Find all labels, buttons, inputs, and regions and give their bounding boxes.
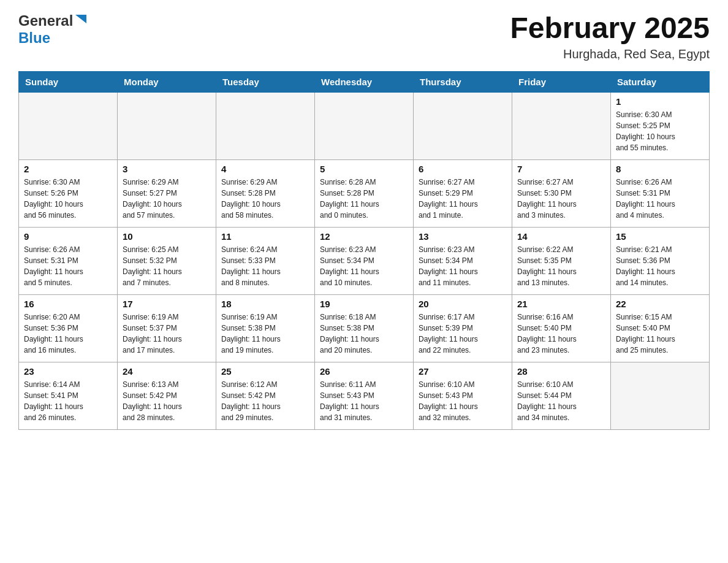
day-info: Sunrise: 6:17 AM Sunset: 5:39 PM Dayligh…: [419, 312, 507, 356]
day-info: Sunrise: 6:11 AM Sunset: 5:43 PM Dayligh…: [320, 379, 408, 423]
calendar-cell: 17Sunrise: 6:19 AM Sunset: 5:37 PM Dayli…: [118, 294, 216, 362]
calendar-cell: 7Sunrise: 6:27 AM Sunset: 5:30 PM Daylig…: [512, 159, 611, 227]
day-number: 14: [517, 231, 605, 242]
day-info: Sunrise: 6:15 AM Sunset: 5:40 PM Dayligh…: [616, 312, 704, 356]
day-info: Sunrise: 6:28 AM Sunset: 5:28 PM Dayligh…: [320, 177, 408, 221]
day-info: Sunrise: 6:23 AM Sunset: 5:34 PM Dayligh…: [320, 244, 408, 288]
day-info: Sunrise: 6:29 AM Sunset: 5:27 PM Dayligh…: [123, 177, 211, 221]
day-info: Sunrise: 6:14 AM Sunset: 5:41 PM Dayligh…: [24, 379, 112, 423]
day-number: 28: [517, 366, 605, 377]
day-number: 5: [320, 164, 408, 174]
day-info: Sunrise: 6:13 AM Sunset: 5:42 PM Dayligh…: [123, 379, 211, 423]
day-number: 19: [320, 299, 408, 309]
day-number: 25: [221, 366, 309, 377]
day-number: 17: [123, 299, 211, 309]
calendar-cell: 5Sunrise: 6:28 AM Sunset: 5:28 PM Daylig…: [315, 159, 414, 227]
weekday-header-tuesday: Tuesday: [216, 71, 315, 92]
calendar-cell: 18Sunrise: 6:19 AM Sunset: 5:38 PM Dayli…: [216, 294, 315, 362]
day-number: 16: [24, 299, 112, 309]
day-number: 23: [24, 366, 112, 377]
day-number: 6: [419, 164, 507, 174]
title-block: February 2025 Hurghada, Red Sea, Egypt: [510, 12, 710, 61]
day-number: 18: [221, 299, 309, 309]
calendar-cell: [19, 92, 118, 159]
day-number: 12: [320, 231, 408, 242]
day-number: 21: [517, 299, 605, 309]
day-number: 15: [616, 231, 704, 242]
location-title: Hurghada, Red Sea, Egypt: [510, 47, 710, 61]
day-number: 7: [517, 164, 605, 174]
day-number: 9: [24, 231, 112, 242]
calendar-cell: 12Sunrise: 6:23 AM Sunset: 5:34 PM Dayli…: [315, 227, 414, 294]
day-info: Sunrise: 6:10 AM Sunset: 5:44 PM Dayligh…: [517, 379, 605, 423]
calendar-table: SundayMondayTuesdayWednesdayThursdayFrid…: [18, 71, 710, 430]
day-info: Sunrise: 6:20 AM Sunset: 5:36 PM Dayligh…: [24, 312, 112, 356]
month-title: February 2025: [510, 12, 710, 45]
day-number: 24: [123, 366, 211, 377]
day-number: 22: [616, 299, 704, 309]
day-info: Sunrise: 6:24 AM Sunset: 5:33 PM Dayligh…: [221, 244, 309, 288]
calendar-header-row: SundayMondayTuesdayWednesdayThursdayFrid…: [19, 71, 710, 92]
day-info: Sunrise: 6:23 AM Sunset: 5:34 PM Dayligh…: [419, 244, 507, 288]
day-number: 11: [221, 231, 309, 242]
weekday-header-sunday: Sunday: [19, 71, 118, 92]
calendar-cell: 2Sunrise: 6:30 AM Sunset: 5:26 PM Daylig…: [19, 159, 118, 227]
logo-arrow-icon: [75, 15, 86, 26]
day-info: Sunrise: 6:10 AM Sunset: 5:43 PM Dayligh…: [419, 379, 507, 423]
calendar-cell: 1Sunrise: 6:30 AM Sunset: 5:25 PM Daylig…: [611, 92, 710, 159]
calendar-cell: 28Sunrise: 6:10 AM Sunset: 5:44 PM Dayli…: [512, 362, 611, 429]
calendar-week-row: 2Sunrise: 6:30 AM Sunset: 5:26 PM Daylig…: [19, 159, 710, 227]
calendar-cell: [118, 92, 216, 159]
calendar-cell: [315, 92, 414, 159]
calendar-cell: 24Sunrise: 6:13 AM Sunset: 5:42 PM Dayli…: [118, 362, 216, 429]
day-info: Sunrise: 6:21 AM Sunset: 5:36 PM Dayligh…: [616, 244, 704, 288]
calendar-cell: 25Sunrise: 6:12 AM Sunset: 5:42 PM Dayli…: [216, 362, 315, 429]
calendar-cell: 16Sunrise: 6:20 AM Sunset: 5:36 PM Dayli…: [19, 294, 118, 362]
calendar-cell: 11Sunrise: 6:24 AM Sunset: 5:33 PM Dayli…: [216, 227, 315, 294]
calendar-cell: 3Sunrise: 6:29 AM Sunset: 5:27 PM Daylig…: [118, 159, 216, 227]
day-number: 1: [616, 96, 704, 107]
calendar-cell: 27Sunrise: 6:10 AM Sunset: 5:43 PM Dayli…: [414, 362, 512, 429]
calendar-cell: [611, 362, 710, 429]
day-number: 4: [221, 164, 309, 174]
weekday-header-saturday: Saturday: [611, 71, 710, 92]
day-info: Sunrise: 6:27 AM Sunset: 5:30 PM Dayligh…: [517, 177, 605, 221]
calendar-cell: 9Sunrise: 6:26 AM Sunset: 5:31 PM Daylig…: [19, 227, 118, 294]
day-info: Sunrise: 6:12 AM Sunset: 5:42 PM Dayligh…: [221, 379, 309, 423]
day-info: Sunrise: 6:30 AM Sunset: 5:25 PM Dayligh…: [616, 109, 704, 153]
day-info: Sunrise: 6:26 AM Sunset: 5:31 PM Dayligh…: [24, 244, 112, 288]
day-number: 13: [419, 231, 507, 242]
calendar-cell: 6Sunrise: 6:27 AM Sunset: 5:29 PM Daylig…: [414, 159, 512, 227]
day-info: Sunrise: 6:29 AM Sunset: 5:28 PM Dayligh…: [221, 177, 309, 221]
day-number: 3: [123, 164, 211, 174]
day-info: Sunrise: 6:30 AM Sunset: 5:26 PM Dayligh…: [24, 177, 112, 221]
calendar-week-row: 9Sunrise: 6:26 AM Sunset: 5:31 PM Daylig…: [19, 227, 710, 294]
calendar-cell: [414, 92, 512, 159]
calendar-cell: 19Sunrise: 6:18 AM Sunset: 5:38 PM Dayli…: [315, 294, 414, 362]
weekday-header-wednesday: Wednesday: [315, 71, 414, 92]
day-number: 2: [24, 164, 112, 174]
weekday-header-friday: Friday: [512, 71, 611, 92]
calendar-cell: 22Sunrise: 6:15 AM Sunset: 5:40 PM Dayli…: [611, 294, 710, 362]
day-info: Sunrise: 6:27 AM Sunset: 5:29 PM Dayligh…: [419, 177, 507, 221]
day-number: 10: [123, 231, 211, 242]
day-number: 8: [616, 164, 704, 174]
day-info: Sunrise: 6:19 AM Sunset: 5:38 PM Dayligh…: [221, 312, 309, 356]
calendar-cell: 15Sunrise: 6:21 AM Sunset: 5:36 PM Dayli…: [611, 227, 710, 294]
calendar-week-row: 1Sunrise: 6:30 AM Sunset: 5:25 PM Daylig…: [19, 92, 710, 159]
calendar-cell: 8Sunrise: 6:26 AM Sunset: 5:31 PM Daylig…: [611, 159, 710, 227]
calendar-cell: 26Sunrise: 6:11 AM Sunset: 5:43 PM Dayli…: [315, 362, 414, 429]
svg-marker-0: [75, 15, 86, 23]
calendar-cell: 13Sunrise: 6:23 AM Sunset: 5:34 PM Dayli…: [414, 227, 512, 294]
day-info: Sunrise: 6:19 AM Sunset: 5:37 PM Dayligh…: [123, 312, 211, 356]
day-info: Sunrise: 6:25 AM Sunset: 5:32 PM Dayligh…: [123, 244, 211, 288]
calendar-week-row: 16Sunrise: 6:20 AM Sunset: 5:36 PM Dayli…: [19, 294, 710, 362]
calendar-cell: [216, 92, 315, 159]
calendar-week-row: 23Sunrise: 6:14 AM Sunset: 5:41 PM Dayli…: [19, 362, 710, 429]
calendar-cell: [512, 92, 611, 159]
calendar-cell: 4Sunrise: 6:29 AM Sunset: 5:28 PM Daylig…: [216, 159, 315, 227]
weekday-header-monday: Monday: [118, 71, 216, 92]
day-number: 20: [419, 299, 507, 309]
calendar-cell: 20Sunrise: 6:17 AM Sunset: 5:39 PM Dayli…: [414, 294, 512, 362]
day-info: Sunrise: 6:22 AM Sunset: 5:35 PM Dayligh…: [517, 244, 605, 288]
